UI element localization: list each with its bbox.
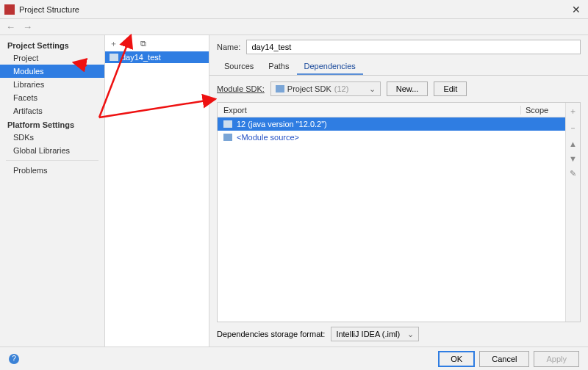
sidebar-item-facets[interactable]: Facets bbox=[0, 91, 104, 104]
cancel-button[interactable]: Cancel bbox=[479, 351, 529, 367]
sidebar-item-libraries[interactable]: Libraries bbox=[0, 78, 104, 91]
module-sdk-select[interactable]: Project SDK (12) ⌄ bbox=[270, 81, 381, 96]
sidebar-item-project[interactable]: Project bbox=[0, 51, 104, 65]
add-icon[interactable]: ＋ bbox=[110, 38, 118, 49]
sidebar-divider bbox=[6, 160, 98, 161]
copy-icon[interactable]: ⧉ bbox=[140, 39, 146, 48]
name-label: Name: bbox=[217, 43, 240, 51]
dependency-row[interactable]: <Module source> bbox=[218, 131, 565, 144]
module-list: ＋ － ⧉ day14_test bbox=[105, 35, 209, 347]
dependency-row[interactable]: 12 (java version "12.0.2") bbox=[218, 117, 565, 131]
platform-settings-heading: Platform Settings bbox=[0, 117, 104, 131]
folder-icon bbox=[223, 134, 232, 141]
chevron-down-icon: ⌄ bbox=[369, 84, 376, 94]
forward-icon[interactable]: → bbox=[23, 21, 32, 32]
sidebar-item-modules[interactable]: Modules bbox=[0, 65, 104, 78]
up-icon[interactable]: ▲ bbox=[569, 139, 577, 148]
tab-dependencies[interactable]: Dependencies bbox=[297, 59, 363, 75]
footer: ? OK Cancel Apply bbox=[0, 347, 588, 370]
name-input[interactable] bbox=[246, 40, 581, 54]
window-title: Project Structure bbox=[19, 5, 79, 14]
dependencies-table: Export Scope 12 (java version "12.0.2") … bbox=[217, 102, 581, 322]
edit-icon[interactable]: ✎ bbox=[570, 169, 576, 178]
storage-option: IntelliJ IDEA (.iml) bbox=[336, 330, 400, 338]
close-icon[interactable]: ✕ bbox=[569, 4, 584, 15]
sdk-icon bbox=[276, 85, 284, 92]
remove-icon[interactable]: － bbox=[569, 123, 577, 134]
folder-icon bbox=[110, 54, 118, 61]
module-row[interactable]: day14_test bbox=[105, 51, 209, 63]
dependency-label: <Module source> bbox=[237, 133, 299, 142]
titlebar: Project Structure ✕ bbox=[0, 0, 588, 19]
storage-label: Dependencies storage format: bbox=[217, 330, 325, 338]
sidebar-item-sdks[interactable]: SDKs bbox=[0, 131, 104, 144]
detail-panel: Name: Sources Paths Dependencies Module … bbox=[209, 35, 588, 347]
apply-button: Apply bbox=[534, 351, 579, 367]
module-name: day14_test bbox=[121, 53, 161, 62]
scope-header[interactable]: Scope bbox=[521, 106, 565, 115]
storage-select[interactable]: IntelliJ IDEA (.iml) ⌄ bbox=[331, 327, 419, 341]
chevron-down-icon: ⌄ bbox=[407, 330, 414, 339]
export-header[interactable]: Export bbox=[218, 106, 521, 115]
dependency-label: 12 (java version "12.0.2") bbox=[237, 120, 327, 128]
ok-button[interactable]: OK bbox=[438, 351, 475, 367]
down-icon[interactable]: ▼ bbox=[569, 154, 577, 163]
sidebar-item-artifacts[interactable]: Artifacts bbox=[0, 104, 104, 117]
app-icon bbox=[4, 4, 15, 15]
remove-icon[interactable]: － bbox=[125, 38, 133, 49]
back-icon[interactable]: ← bbox=[6, 21, 15, 32]
nav-toolbar: ← → bbox=[0, 19, 588, 35]
tabs: Sources Paths Dependencies bbox=[209, 59, 588, 76]
sidebar: Project Settings Project Modules Librari… bbox=[0, 35, 105, 347]
module-sdk-label: Module SDK: bbox=[217, 84, 265, 93]
folder-icon bbox=[223, 120, 232, 128]
help-icon[interactable]: ? bbox=[9, 354, 19, 364]
sdk-option-ver: (12) bbox=[334, 84, 349, 93]
sidebar-item-global-libraries[interactable]: Global Libraries bbox=[0, 144, 104, 157]
tab-paths[interactable]: Paths bbox=[261, 59, 296, 75]
new-sdk-button[interactable]: New... bbox=[387, 81, 429, 96]
tab-sources[interactable]: Sources bbox=[217, 59, 261, 75]
sidebar-item-problems[interactable]: Problems bbox=[0, 164, 104, 177]
edit-sdk-button[interactable]: Edit bbox=[434, 81, 467, 96]
module-toolbar: ＋ － ⧉ bbox=[105, 35, 209, 51]
project-settings-heading: Project Settings bbox=[0, 38, 104, 51]
sdk-option-name: Project SDK bbox=[287, 84, 331, 93]
dependencies-side-toolbar: ＋ － ▲ ▼ ✎ bbox=[565, 103, 580, 322]
add-icon[interactable]: ＋ bbox=[569, 106, 577, 117]
